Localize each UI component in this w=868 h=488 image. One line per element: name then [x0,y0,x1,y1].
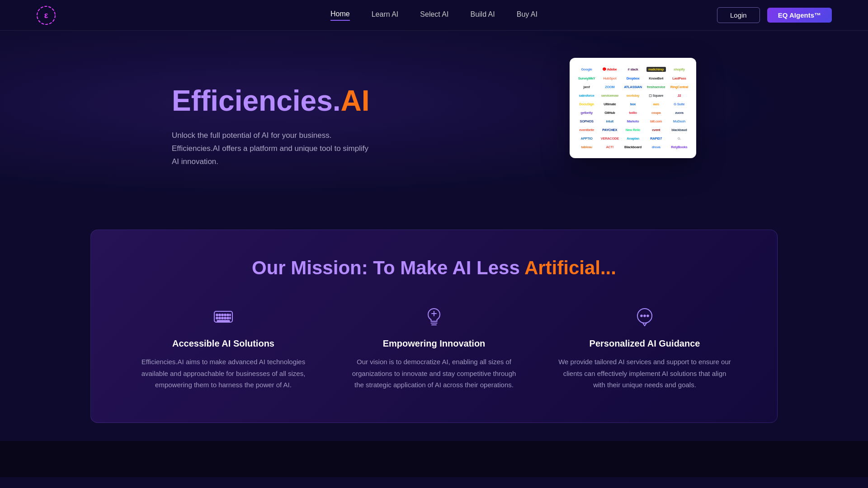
nav-home[interactable]: Home [330,10,350,21]
logo-druva: druva [646,145,666,149]
svg-rect-13 [227,317,229,319]
logo-google: Google [577,67,596,71]
logo-newrelic: New Relic [623,128,642,132]
mission-card-accessible: Accessible AI Solutions Efficiencies.AI … [127,304,320,391]
card-desc-innovation: Our vision is to democratize AI, enablin… [347,356,521,391]
nav-buy-ai[interactable]: Buy AI [517,10,538,20]
svg-rect-6 [224,314,226,316]
svg-point-22 [644,315,646,317]
svg-point-21 [641,315,642,317]
nav-links: Home Learn AI Select AI Build AI Buy AI [330,10,538,21]
logo-github: GitHub [600,111,619,115]
mission-card-guidance: Personalized AI Guidance We provide tail… [548,304,741,391]
svg-text:ε: ε [44,11,48,20]
logo-ultimate: Ultimate [600,102,619,106]
svg-rect-10 [219,317,221,319]
keyboard-svg [212,306,234,328]
logo-salesforce: salesforce [577,94,596,98]
logo-square: ◻ Square [646,94,666,98]
logo-dropbox: Dropbox [623,76,642,80]
logo-aws: aws [646,102,666,106]
mission-section: Our Mission: To Make AI Less Artificial.… [90,230,778,423]
logo-shopify: shopify [670,67,689,71]
card-desc-accessible: Efficiencies.AI aims to make advanced AI… [136,356,311,391]
logo-j2: J2 [670,94,689,98]
logo[interactable]: ε [36,5,56,25]
logo-mailchimp: mailchimp [646,67,666,72]
svg-rect-5 [222,314,223,316]
logo-act: ACT! [600,145,619,149]
svg-rect-3 [216,314,218,316]
logo-marketo: Marketo [623,119,642,123]
logo-anaplan: Anaplan [623,136,642,141]
eq-aigents-button[interactable]: EQ AIgents™ [767,8,832,23]
logo-eventbrite: eventbrite [577,128,596,132]
logo-relybooks: RelyBooks [670,145,689,149]
svg-rect-14 [230,317,231,319]
logo-adobe: 🅐 Adobe [600,67,619,71]
card-desc-guidance: We provide tailored AI services and supp… [557,356,732,391]
svg-rect-4 [219,314,221,316]
logo-zuora: zuora [670,111,689,115]
nav-select-ai[interactable]: Select AI [420,10,448,20]
nav-build-ai[interactable]: Build AI [470,10,495,20]
svg-rect-9 [216,317,218,319]
lightbulb-svg [423,306,445,328]
logo-twilio: twilio [623,111,642,115]
logo-getbetty: getbetty [577,111,596,115]
logo-icon: ε [36,5,56,25]
login-button[interactable]: Login [717,7,760,23]
card-title-innovation: Empowering Innovation [347,338,521,349]
hero-title: Efficiencies.AI [172,85,407,117]
hero-title-efficiencies: Efficiencies. [172,84,341,117]
logo-jamf: jamf [577,85,596,89]
logo-zoom: ZOOM [600,85,619,89]
mission-title-part2: Artificial... [524,257,616,278]
logo-surveymonkey: SurveyMkY [577,76,596,80]
mission-title-part1: Our Mission: To Make AI Less [252,257,524,278]
logo-rapid7: RAPID7 [646,136,666,141]
logo-tableau: tableau [577,145,596,149]
logo-box: box [623,102,642,106]
nav-actions: Login EQ AIgents™ [717,7,832,23]
logo-sophos: SOPHOS [577,119,596,123]
logo-docusign: DocuSign [577,102,596,106]
logo-gsuite: G Suite [670,102,689,106]
logo-knowbe4: KnowBe4 [646,76,666,80]
logo-servicenow: servicenow [600,94,619,98]
chat-svg [634,306,656,328]
keyboard-icon [211,304,236,329]
logo-veracode: VERACODE [600,136,619,141]
svg-rect-7 [227,314,229,316]
logo-billcom: bill.com [646,119,666,123]
nav-learn-ai[interactable]: Learn AI [372,10,399,20]
logos-card: Google 🅐 Adobe # slack mailchimp shopify… [570,58,696,158]
footer [0,441,868,477]
logo-cvent: cvent [646,128,666,132]
logo-intuit: intuit [600,119,619,123]
logo-lastpass: LastPass [670,76,689,80]
logo-workday: workday [623,94,642,98]
chat-icon [632,304,657,329]
mission-cards: Accessible AI Solutions Efficiencies.AI … [127,304,741,391]
logo-ringcentral: RingCentral [670,85,689,89]
card-title-guidance: Personalized AI Guidance [557,338,732,349]
mission-title: Our Mission: To Make AI Less Artificial.… [127,257,741,279]
svg-rect-12 [224,317,226,319]
logo-apptio: APPTIO [577,136,596,141]
logo-mudash: MuDash [670,119,689,123]
hero-description: Unlock the full potential of AI for your… [172,129,371,169]
svg-rect-15 [217,320,230,322]
logo-coupa: coupa [646,111,666,115]
logo-slack: # slack [623,67,642,71]
logo-blackbaud: blackbaud [670,128,689,132]
hero-content: Efficiencies.AI Unlock the full potentia… [172,67,407,169]
logo-extra: G. [670,136,689,141]
logo-hubspot: HubSpot [600,76,619,80]
logo-freshservice: freshservice [646,85,666,89]
lightbulb-icon [421,304,447,329]
card-title-accessible: Accessible AI Solutions [136,338,311,349]
mission-card-innovation: Empowering Innovation Our vision is to d… [338,304,530,391]
logos-grid: Google 🅐 Adobe # slack mailchimp shopify… [577,67,689,149]
svg-rect-8 [230,314,231,316]
